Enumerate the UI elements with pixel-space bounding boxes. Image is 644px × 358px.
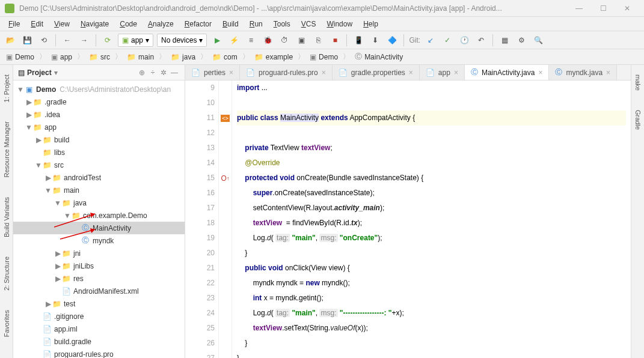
code-line[interactable]: super.onCreate(savedInstanceState); [237, 186, 626, 201]
project-tree[interactable]: ▼▣DemoC:\Users\Administrator\Desktop\an▶… [13, 80, 185, 358]
line-number[interactable]: 19 [189, 231, 215, 246]
code-line[interactable]: public class MainActivity extends AppCom… [237, 111, 626, 126]
menu-refactor[interactable]: Refactor [180, 19, 216, 29]
tree-arrow[interactable]: ▶ [44, 174, 52, 182]
tool-build-variants[interactable]: Build Variants [2, 193, 11, 241]
gear-icon[interactable]: ✲ [158, 68, 169, 77]
git-commit-button[interactable]: ✓ [441, 34, 454, 47]
tree-arrow[interactable]: ▶ [54, 262, 61, 270]
close-icon[interactable]: × [409, 68, 413, 77]
menu-tools[interactable]: Tools [269, 19, 295, 29]
close-icon[interactable]: × [322, 68, 326, 77]
collapse-icon[interactable]: ÷ [147, 68, 158, 77]
maximize-button[interactable]: ☐ [591, 1, 615, 16]
refresh-button[interactable]: ⟲ [37, 34, 51, 47]
editor-tab-mainactivity-java[interactable]: ⒸMainActivity.java× [465, 65, 550, 80]
hide-icon[interactable]: — [169, 68, 180, 77]
tree-arrow[interactable]: ▶ [54, 249, 61, 258]
sync-button[interactable]: ⟳ [101, 34, 114, 47]
code-area[interactable]: import ... public class MainActivity ext… [232, 80, 631, 358]
menu-run[interactable]: Run [245, 19, 268, 29]
editor-tab-myndk-java[interactable]: Ⓒmyndk.java× [549, 65, 617, 80]
menu-window[interactable]: Window [322, 19, 357, 29]
menu-build[interactable]: Build [218, 19, 244, 29]
code-line[interactable]: Log.d( tag: "main", msg: "--------------… [237, 306, 626, 321]
tree-item-jnilibs[interactable]: ▶📁jniLibs [13, 259, 185, 272]
tree-item-res[interactable]: ▶📁res [13, 272, 185, 285]
menu-file[interactable]: File [4, 19, 25, 29]
tree-item-java[interactable]: ▼📁java [13, 196, 185, 209]
close-icon[interactable]: × [538, 68, 542, 77]
line-number[interactable]: 27 [189, 351, 215, 358]
tree-item-proguard-rules-pro[interactable]: 📄proguard-rules.pro [13, 348, 185, 358]
open-button[interactable]: 📂 [4, 34, 17, 47]
menu-vcs[interactable]: VCS [296, 19, 321, 29]
tree-arrow[interactable]: ▶ [44, 300, 52, 308]
back-button[interactable]: ← [61, 34, 74, 47]
search-button[interactable]: 🔍 [532, 34, 545, 47]
tree-item-androidmanifest-xml[interactable]: 📄AndroidManifest.xml [13, 285, 185, 297]
breadcrumb-main[interactable]: 📁main〉 [124, 52, 168, 62]
tree-arrow[interactable]: ▼ [44, 186, 52, 195]
menu-code[interactable]: Code [115, 19, 142, 29]
tree-item-app-iml[interactable]: 📄app.iml [13, 323, 185, 335]
tree-item-jni[interactable]: ▶📁jni [13, 247, 185, 259]
line-number[interactable]: 24 [189, 306, 215, 321]
close-icon[interactable]: × [606, 68, 610, 77]
code-line[interactable]: int x = myndk.getint(); [237, 291, 626, 306]
line-number[interactable]: 25 [189, 321, 215, 336]
apply-code-button[interactable]: ≡ [244, 34, 257, 47]
tree-item-androidtest[interactable]: ▶📁androidTest [13, 171, 185, 184]
tree-arrow[interactable]: ▼ [64, 211, 71, 220]
line-number[interactable]: 18 [189, 216, 215, 231]
close-icon[interactable]: × [454, 68, 458, 77]
tool----structure[interactable]: 2: Structure [2, 253, 11, 294]
tree-item-src[interactable]: ▼📁src [13, 159, 185, 171]
tree-arrow[interactable]: ▶ [54, 275, 61, 283]
code-line[interactable]: textView = findViewById(R.id.tx); [237, 216, 626, 231]
menu-help[interactable]: Help [358, 19, 383, 29]
sdk-button[interactable]: ⬇ [369, 34, 382, 47]
tree-arrow[interactable]: ▼ [35, 161, 42, 169]
code-line[interactable]: @Override [237, 156, 626, 171]
rm-button[interactable]: 🔷 [385, 34, 399, 47]
line-number[interactable]: 23 [189, 291, 215, 306]
profile-button[interactable]: ⏱ [278, 34, 291, 47]
line-number[interactable]: 10 [189, 96, 215, 111]
target-icon[interactable]: ⊕ [136, 68, 147, 77]
tree-item-myndk[interactable]: Ⓒmyndk [13, 234, 185, 247]
git-revert-button[interactable]: ↶ [474, 34, 488, 47]
breadcrumb-java[interactable]: 📁java〉 [168, 52, 210, 62]
editor-tab-gradle-properties[interactable]: 📄gradle.properties× [333, 65, 420, 80]
tree-item-test[interactable]: ▶📁test [13, 297, 185, 310]
chevron-down-icon[interactable]: ▾ [54, 68, 58, 77]
menu-edit[interactable]: Edit [26, 19, 48, 29]
run-button[interactable]: ▶ [210, 34, 224, 47]
tool-resource-manager[interactable]: Resource Manager [2, 118, 11, 181]
tree-item-main[interactable]: ▼📁main [13, 184, 185, 196]
line-number[interactable]: 15 [189, 171, 215, 186]
code-line[interactable]: public void onClick(View view) { [237, 261, 626, 276]
line-number[interactable]: 12 [189, 126, 215, 141]
editor-tab-app[interactable]: 📄app× [420, 65, 465, 80]
settings-button[interactable]: ⚙ [515, 34, 528, 47]
stop-button[interactable]: ■ [328, 34, 342, 47]
tree-item-com-example-demo[interactable]: ▼📁com.example.Demo [13, 209, 185, 222]
breadcrumb-demo[interactable]: ▣Demo〉 [4, 52, 49, 62]
close-button[interactable]: ✕ [615, 1, 639, 16]
tree-arrow[interactable]: ▼ [25, 123, 32, 132]
save-button[interactable]: 💾 [20, 34, 34, 47]
editor-tab-proguard-rules-pro[interactable]: 📄proguard-rules.pro× [240, 65, 333, 80]
tool-favorites[interactable]: Favorites [2, 306, 11, 341]
line-number[interactable]: 17 [189, 201, 215, 216]
tree-item-app[interactable]: ▼📁app [13, 121, 185, 133]
breadcrumb-mainactivity[interactable]: ⒸMainActivity [352, 52, 405, 62]
tree-arrow[interactable]: ▶ [25, 98, 32, 106]
code-line[interactable]: Log.d( tag: "main", msg: "onCreate"); [237, 231, 626, 246]
device-select[interactable]: No devices ▾ [157, 34, 207, 47]
avd-button[interactable]: 📱 [352, 34, 365, 47]
attach-button[interactable]: ⎘ [311, 34, 325, 47]
tree-item-build[interactable]: ▶📁build [13, 133, 185, 146]
apply-changes-button[interactable]: ⚡ [227, 34, 241, 47]
tree-item-mainactivity[interactable]: ⒸMainActivity [13, 222, 185, 234]
